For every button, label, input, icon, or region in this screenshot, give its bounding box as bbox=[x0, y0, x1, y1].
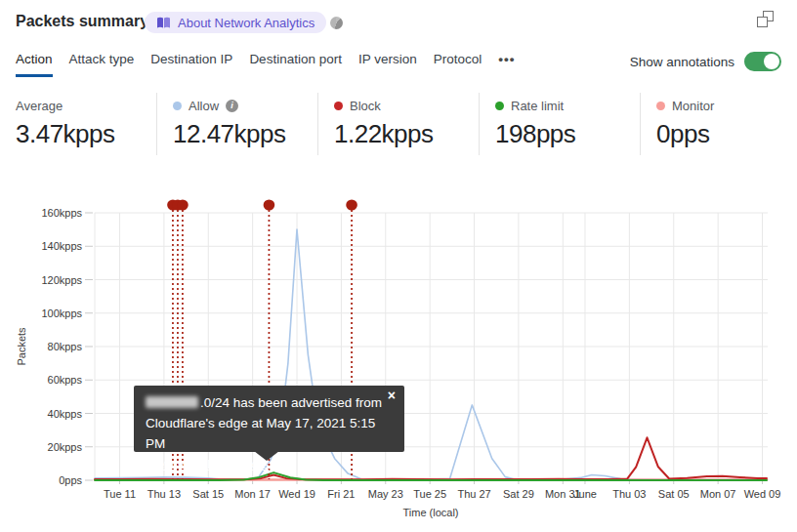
y-tick-label: 40kpps bbox=[48, 408, 83, 420]
annotation-dot[interactable] bbox=[264, 199, 275, 210]
stats-row: Average3.47kppsAllowi12.47kppsBlock1.22k… bbox=[0, 93, 797, 155]
x-tick-label: Thu 27 bbox=[457, 488, 490, 500]
x-axis-label: Time (local) bbox=[402, 507, 458, 518]
y-axis-label: Packets bbox=[16, 327, 27, 366]
stat-allow: Allowi12.47kpps bbox=[156, 93, 317, 155]
stat-value: 198pps bbox=[495, 119, 632, 149]
tab-destination-port[interactable]: Destination port bbox=[249, 52, 342, 77]
tab-action[interactable]: Action bbox=[16, 52, 53, 77]
stat-average: Average3.47kpps bbox=[0, 93, 156, 155]
x-tick-label: June bbox=[573, 488, 597, 500]
stat-value: 1.22kpps bbox=[334, 119, 471, 149]
badge-label: About Network Analytics bbox=[178, 16, 315, 30]
tab-protocol[interactable]: Protocol bbox=[434, 52, 482, 77]
x-tick-label: Sat 29 bbox=[503, 488, 534, 500]
stat-value: 12.47kpps bbox=[173, 119, 310, 149]
tooltip-caret bbox=[254, 451, 279, 461]
annotation-dot[interactable] bbox=[346, 199, 357, 210]
y-tick-label: 80kpps bbox=[48, 341, 83, 352]
block-dot-icon bbox=[334, 102, 343, 110]
stat-value: 0pps bbox=[656, 119, 789, 149]
header: Packets summary About Network Analytics bbox=[0, 0, 797, 47]
network-analytics-page: Packets summary About Network Analytics … bbox=[0, 0, 797, 532]
y-tick-label: 100kpps bbox=[41, 307, 82, 319]
x-tick-label: Mon 17 bbox=[234, 488, 271, 500]
y-tick-label: 60kpps bbox=[48, 374, 83, 386]
x-tick-label: Wed 19 bbox=[278, 488, 315, 500]
monitor-dot-icon bbox=[656, 102, 665, 110]
book-icon bbox=[156, 17, 171, 29]
y-tick-label: 0pps bbox=[59, 474, 82, 486]
stat-rate-limit: Rate limit198pps bbox=[479, 93, 640, 155]
x-tick-label: Mon 07 bbox=[700, 488, 736, 500]
x-tick-label: May 23 bbox=[368, 488, 403, 500]
x-tick-label: Sat 05 bbox=[658, 488, 690, 500]
tabs: ActionAttack typeDestination IPDestinati… bbox=[16, 52, 515, 77]
stat-label: Average bbox=[16, 99, 63, 113]
show-annotations-row: Show annotations bbox=[630, 52, 781, 71]
y-tick-label: 120kpps bbox=[41, 274, 82, 286]
tooltip-line1: .0/24 has been advertised from bbox=[146, 392, 393, 413]
tab-ip-version[interactable]: IP version bbox=[358, 52, 417, 77]
info-icon[interactable]: i bbox=[226, 100, 238, 112]
annotation-tooltip: × .0/24 has been advertised from Cloudfl… bbox=[134, 386, 404, 452]
stat-label: Block bbox=[350, 99, 381, 113]
stat-monitor: Monitor0pps bbox=[640, 93, 797, 155]
stat-label: Monitor bbox=[672, 99, 714, 113]
tabs-more-icon[interactable]: ••• bbox=[498, 52, 515, 77]
x-tick-label: Sat 15 bbox=[192, 488, 224, 500]
page-title: Packets summary bbox=[16, 13, 148, 30]
stat-value: 3.47kpps bbox=[16, 119, 148, 149]
copy-icon[interactable] bbox=[757, 11, 774, 27]
x-tick-label: Tue 25 bbox=[413, 488, 446, 500]
show-annotations-toggle[interactable] bbox=[744, 52, 781, 71]
stat-label: Allow bbox=[189, 99, 219, 113]
x-tick-label: Wed 09 bbox=[744, 488, 781, 500]
redacted-ip-prefix bbox=[146, 396, 198, 408]
tooltip-line2: Cloudflare's edge at May 17, 2021 5:15 P… bbox=[146, 413, 393, 454]
view-ip-prefixes-link[interactable]: View your IP prefixes bbox=[146, 457, 269, 471]
about-network-analytics-badge[interactable]: About Network Analytics bbox=[145, 12, 326, 33]
x-tick-label: Thu 13 bbox=[147, 488, 181, 500]
y-tick-label: 140kpps bbox=[41, 240, 82, 252]
tab-destination-ip[interactable]: Destination IP bbox=[150, 52, 232, 77]
x-tick-label: Fri 21 bbox=[327, 488, 355, 500]
x-tick-label: Thu 03 bbox=[612, 488, 646, 500]
allow-dot-icon bbox=[173, 102, 182, 110]
stat-block: Block1.22kpps bbox=[317, 93, 479, 155]
close-icon[interactable]: × bbox=[388, 389, 396, 402]
stat-label: Rate limit bbox=[511, 99, 564, 113]
tab-attack-type[interactable]: Attack type bbox=[69, 52, 135, 77]
show-annotations-label: Show annotations bbox=[630, 55, 734, 69]
rate-limit-dot-icon bbox=[495, 102, 504, 110]
pie-icon bbox=[330, 17, 343, 29]
toggle-knob bbox=[764, 54, 779, 69]
chart[interactable]: 0pps20kpps40kpps60kpps80kpps100kpps120kp… bbox=[0, 190, 797, 532]
x-tick-label: Tue 11 bbox=[104, 488, 136, 500]
annotation-dot[interactable] bbox=[177, 199, 189, 210]
y-tick-label: 20kpps bbox=[48, 441, 83, 453]
packets-chart-svg: 0pps20kpps40kpps60kpps80kpps100kpps120kp… bbox=[0, 190, 797, 532]
y-tick-label: 160kpps bbox=[41, 207, 82, 219]
